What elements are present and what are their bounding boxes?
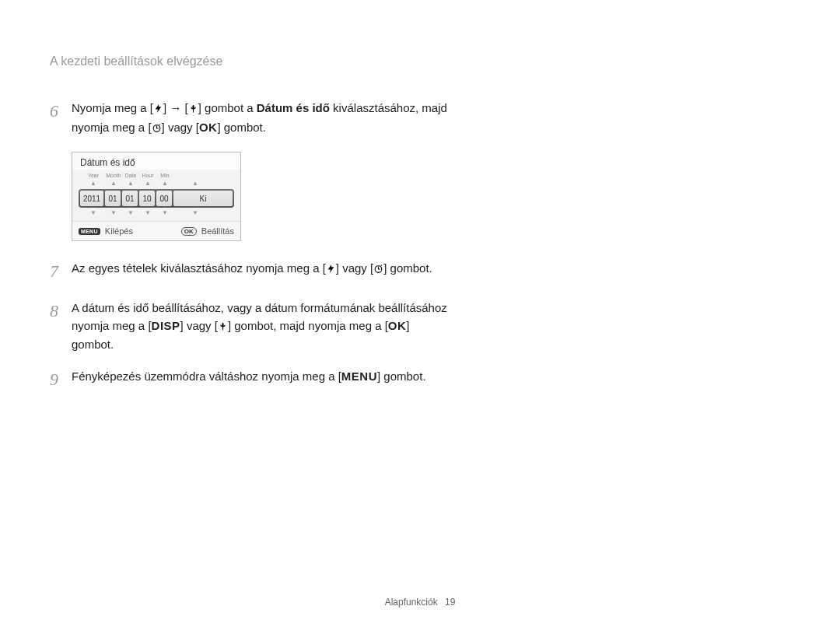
text: Az egyes tételek kiválasztásához nyomja … <box>72 261 326 275</box>
arrow-up-icon[interactable]: ▲ <box>105 180 122 187</box>
label-min: Min <box>156 173 173 178</box>
timer-icon <box>373 261 383 279</box>
set-label: Beállítás <box>201 226 234 236</box>
value-month[interactable]: 01 <box>105 191 121 206</box>
text: ] → [ <box>163 101 188 114</box>
header-title: A kezdeti beállítások elvégzése <box>50 54 222 68</box>
arrow-down-icon[interactable]: ▼ <box>122 209 139 216</box>
text: ] vagy [ <box>162 121 199 134</box>
arrow-down-icon[interactable]: ▼ <box>105 209 122 216</box>
macro-icon <box>218 319 228 337</box>
label-hour: Hour <box>139 173 156 178</box>
arrow-down-icon[interactable]: ▼ <box>82 209 105 216</box>
timer-icon <box>152 121 162 138</box>
lcd-column-labels: Year Month Date Hour Min <box>79 173 234 178</box>
lcd-footer: MENU Kilépés OK Beállítás <box>72 221 240 240</box>
arrow-up-icon[interactable]: ▲ <box>156 180 173 187</box>
value-year[interactable]: 2011 <box>80 191 103 206</box>
text: Fényképezés üzemmódra váltáshoz nyomja m… <box>72 370 341 383</box>
arrow-up-icon[interactable]: ▲ <box>173 180 217 187</box>
step-8: 8 A dátum és idő beállításához, vagy a d… <box>50 299 454 354</box>
arrow-up-row: ▲ ▲ ▲ ▲ ▲ ▲ <box>79 180 234 187</box>
text: Nyomja meg a [ <box>72 101 153 114</box>
ok-label: OK <box>199 121 218 134</box>
arrow-up-icon[interactable]: ▲ <box>82 180 105 187</box>
footer-page-number: 19 <box>445 597 455 608</box>
steps-list: 6 Nyomja meg a [ ] → [ ] gombot a Dátum … <box>50 100 454 394</box>
exit-label: Kilépés <box>105 226 133 236</box>
step-6: 6 Nyomja meg a [ ] → [ ] gombot a Dátum … <box>50 100 454 138</box>
menu-label: MENU <box>341 370 377 383</box>
step-number: 6 <box>50 98 72 136</box>
text: ] gombot. <box>217 121 266 134</box>
disp-label: DISP <box>152 319 180 332</box>
step-9: 9 Fényképezés üzemmódra váltáshoz nyomja… <box>50 368 454 394</box>
manual-page: A kezdeti beállítások elvégzése 6 Nyomja… <box>0 0 840 634</box>
text: ] gombot, majd nyomja meg a [ <box>228 319 388 332</box>
lcd-body: Year Month Date Hour Min ▲ ▲ ▲ ▲ ▲ ▲ 201… <box>72 170 240 221</box>
flash-icon <box>326 261 336 279</box>
arrow-down-icon[interactable]: ▼ <box>173 209 217 216</box>
step-body: A dátum és idő beállításához, vagy a dát… <box>72 299 454 354</box>
label-year: Year <box>82 173 105 178</box>
menu-badge[interactable]: MENU <box>79 228 100 235</box>
flash-icon <box>153 101 163 119</box>
page-footer: Alapfunkciók 19 <box>0 597 840 608</box>
arrow-up-icon[interactable]: ▲ <box>139 180 156 187</box>
text: ] gombot. <box>383 261 432 275</box>
text-bold: Dátum és idő <box>257 101 330 114</box>
macro-icon <box>188 101 198 119</box>
page-header: A kezdeti beállítások elvégzése <box>50 54 790 68</box>
arrow-down-row: ▼ ▼ ▼ ▼ ▼ ▼ <box>79 209 234 216</box>
arrow-up-icon[interactable]: ▲ <box>122 180 139 187</box>
step-number: 9 <box>50 366 72 392</box>
text: ] vagy [ <box>336 261 373 275</box>
label-month: Month <box>105 173 122 178</box>
step-number: 8 <box>50 298 72 352</box>
text: ] vagy [ <box>180 319 218 332</box>
step-body: Fényképezés üzemmódra váltáshoz nyomja m… <box>72 368 454 394</box>
label-date: Date <box>122 173 139 178</box>
footer-section: Alapfunkciók <box>385 597 438 608</box>
arrow-down-icon[interactable]: ▼ <box>156 209 173 216</box>
ok-label: OK <box>388 319 407 332</box>
text: ] gombot a <box>198 101 257 114</box>
arrow-down-icon[interactable]: ▼ <box>139 209 156 216</box>
value-date[interactable]: 01 <box>122 191 138 206</box>
step-number: 7 <box>50 258 72 284</box>
value-strip: 2011 01 01 10 00 Ki <box>79 189 234 208</box>
value-off[interactable]: Ki <box>173 191 233 206</box>
value-min[interactable]: 00 <box>156 191 172 206</box>
step-body: Az egyes tételek kiválasztásához nyomja … <box>72 260 454 285</box>
ok-badge[interactable]: OK <box>181 227 197 236</box>
value-hour[interactable]: 10 <box>139 191 155 206</box>
lcd-title: Dátum és idő <box>72 152 240 170</box>
step-body: Nyomja meg a [ ] → [ ] gombot a Dátum és… <box>72 100 454 138</box>
datetime-lcd: Dátum és idő Year Month Date Hour Min ▲ … <box>72 152 241 241</box>
step-7: 7 Az egyes tételek kiválasztásához nyomj… <box>50 260 454 285</box>
text: ] gombot. <box>377 370 426 383</box>
